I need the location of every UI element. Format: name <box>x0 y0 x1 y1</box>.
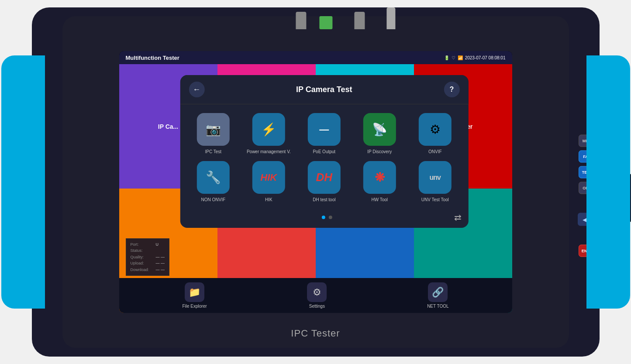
onvif-label: ONVIF <box>428 149 442 155</box>
ipc-test-label: IPC Test <box>205 149 221 155</box>
device-label: IPC Tester <box>291 328 340 339</box>
status-widget: Port: U Status: Quality: — — Upload: — — <box>126 238 170 276</box>
port-value: U <box>156 241 159 247</box>
dot-1 <box>322 216 325 219</box>
settings-label: Settings <box>309 304 325 309</box>
poe-icon-box: — <box>308 113 341 146</box>
ip-camera-test-modal: ← IP Camera Test ? 📷 IPC Test <box>180 75 468 228</box>
left-bumper <box>1 55 45 309</box>
modal-help-button[interactable]: ? <box>444 82 459 97</box>
app-icon-dh[interactable]: DH DH test tool <box>300 161 348 203</box>
download-label: Download: <box>131 267 152 273</box>
modal-back-button[interactable]: ← <box>189 82 204 97</box>
quality-value: — — <box>156 254 165 260</box>
ipc-test-icon-box: 📷 <box>197 113 230 146</box>
signal-icon: 📶 <box>458 55 463 60</box>
dh-icon-box: DH <box>308 161 341 194</box>
screen: Multifunction Tester 🔋 ♡ 📶 2023-07-07 08… <box>119 51 512 313</box>
datetime: 2023-07-07 08:08:01 <box>465 55 506 60</box>
app-title: Multifunction Tester <box>126 55 179 61</box>
dh-label: DH test tool <box>313 197 335 203</box>
power-icon: ⚡ <box>261 122 276 137</box>
wifi-icon: ♡ <box>452 55 455 60</box>
camera-icon: 📷 <box>206 122 221 137</box>
app-icon-ipc-test[interactable]: 📷 IPC Test <box>189 113 238 155</box>
file-explorer-icon: 📁 <box>185 282 204 302</box>
status-label: Status: <box>131 247 152 254</box>
upload-label: Upload: <box>131 260 152 266</box>
app-icon-unv-tool[interactable]: unv UNV Test Tool <box>410 161 459 203</box>
ip-discovery-label: IP Discovery <box>367 149 392 155</box>
app-icon-power-mgmt[interactable]: ⚡ Power management V. <box>244 113 293 155</box>
non-onvif-icon-box: 🔧 <box>197 161 230 194</box>
device-body: Multifunction Tester 🔋 ♡ 📶 2023-07-07 08… <box>62 16 569 348</box>
poe-label: PoE Output <box>313 149 335 155</box>
settings-icon: ⚙ <box>430 122 441 137</box>
hw-brand-text: ❋ <box>375 170 385 185</box>
non-onvif-label: NON ONVIF <box>201 197 226 203</box>
modal-title: IP Camera Test <box>204 85 444 94</box>
file-explorer-label: File Explorer <box>182 304 207 309</box>
app-icon-onvif[interactable]: ⚙ ONVIF <box>410 113 459 155</box>
power-mgmt-label: Power management V. <box>247 149 291 155</box>
taskbar-settings[interactable]: ⚙ Settings <box>307 282 327 309</box>
hik-label: HIK <box>265 197 272 203</box>
swap-icon[interactable]: ⇄ <box>454 212 462 223</box>
hw-label: HW Tool <box>371 197 388 203</box>
bnc-connector-1 <box>296 12 306 29</box>
app-icon-hw-tool[interactable]: ❋ HW Tool <box>355 161 404 203</box>
device: Multifunction Tester 🔋 ♡ 📶 2023-07-07 08… <box>32 7 600 357</box>
green-connector <box>319 16 332 29</box>
app-icon-ip-discovery[interactable]: 📡 IP Discovery <box>355 113 404 155</box>
taskbar-file-explorer[interactable]: 📁 File Explorer <box>182 282 207 309</box>
modal-footer: ⇄ <box>180 211 468 228</box>
power-mgmt-icon-box: ⚡ <box>252 113 285 146</box>
page-dots <box>317 211 337 223</box>
dh-brand-text: DH <box>316 171 333 184</box>
dot-2 <box>329 216 332 219</box>
unv-icon-box: unv <box>419 161 452 194</box>
hik-brand-text: HIK <box>260 172 277 183</box>
app-icon-non-onvif[interactable]: 🔧 NON ONVIF <box>189 161 238 203</box>
poe-icon: — <box>319 124 329 135</box>
onvif-icon-box: ⚙ <box>419 113 452 146</box>
right-bumper <box>586 55 630 309</box>
unv-brand-text: unv <box>430 174 441 182</box>
status-right: 🔋 ♡ 📶 2023-07-07 08:08:01 <box>444 55 506 60</box>
status-bar: Multifunction Tester 🔋 ♡ 📶 2023-07-07 08… <box>119 51 512 64</box>
modal-header: ← IP Camera Test ? <box>180 75 468 104</box>
port-label: Port: <box>131 241 152 247</box>
radar-icon: 📡 <box>372 122 387 137</box>
unv-label: UNV Test Tool <box>421 197 449 203</box>
net-tool-label: NET TOOL <box>427 304 448 309</box>
bnc-connector-2 <box>354 12 365 29</box>
download-value: — — <box>156 267 165 273</box>
bnc-connector-3 <box>386 7 395 29</box>
app-icon-hik[interactable]: HIK HIK <box>244 161 293 203</box>
upload-value: — — <box>156 260 165 266</box>
top-connectors <box>296 7 395 29</box>
quality-label: Quality: <box>131 254 152 260</box>
settings-icon: ⚙ <box>307 282 327 302</box>
hik-icon-box: HIK <box>252 161 285 194</box>
hw-icon-box: ❋ <box>363 161 396 194</box>
screen-content: IP Ca... ...layer T ...te ← IP Camera Te… <box>119 64 512 313</box>
ip-discovery-icon-box: 📡 <box>363 113 396 146</box>
app-icons-grid: 📷 IPC Test ⚡ Power management V. <box>180 104 468 211</box>
app-icon-poe-output[interactable]: — PoE Output <box>300 113 348 155</box>
taskbar-net-tool[interactable]: 🔗 NET TOOL <box>427 282 448 309</box>
battery-icon: 🔋 <box>444 55 449 60</box>
net-tool-icon: 🔗 <box>428 282 448 302</box>
wrench-icon: 🔧 <box>206 170 221 185</box>
screen-taskbar: 📁 File Explorer ⚙ Settings 🔗 NET TOOL <box>119 278 512 313</box>
